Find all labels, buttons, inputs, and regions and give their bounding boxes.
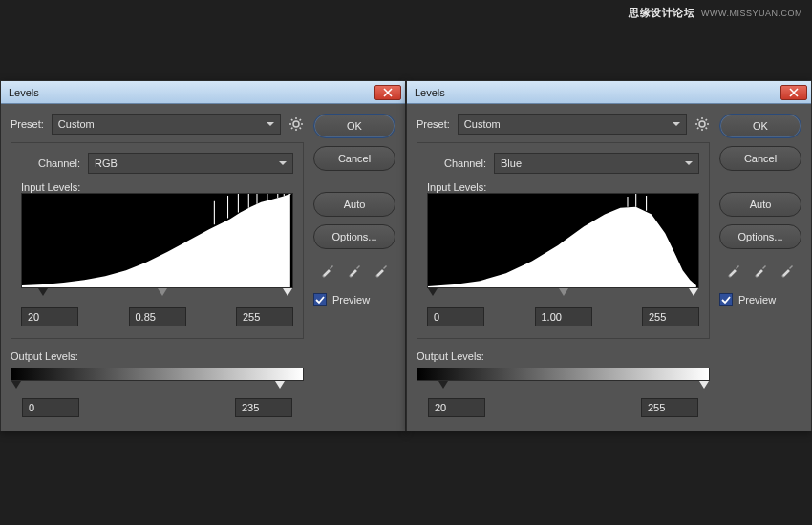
input-levels-label: Input Levels:	[21, 181, 293, 193]
dialog-title: Levels	[415, 87, 445, 98]
svg-point-0	[293, 121, 299, 127]
preset-row: Preset: Custom	[417, 114, 710, 135]
output-values: 0 235	[11, 398, 304, 417]
output-gradient	[417, 368, 710, 381]
spacer	[719, 178, 801, 184]
preset-menu-button[interactable]	[288, 116, 304, 132]
svg-line-7	[300, 119, 301, 120]
channel-row: Channel: Blue	[427, 153, 699, 174]
svg-line-26	[697, 128, 698, 129]
titlebar[interactable]: Levels	[1, 81, 405, 104]
svg-line-25	[706, 119, 707, 120]
dialog-right: OK Cancel Auto Options... Preview	[313, 114, 395, 417]
gear-icon	[289, 117, 303, 131]
svg-line-5	[291, 119, 292, 120]
output-values: 20 255	[417, 398, 710, 417]
eyedropper-icon	[753, 262, 768, 278]
black-eyedropper[interactable]	[724, 261, 743, 280]
dialog-left: Preset: Custom Channel: RGB Input Levels…	[11, 114, 304, 417]
ok-button[interactable]: OK	[313, 114, 395, 138]
output-black-slider[interactable]	[11, 381, 21, 393]
channel-row: Channel: RGB	[21, 153, 293, 174]
white-eyedropper[interactable]	[372, 261, 391, 280]
eyedropper-icon	[374, 262, 389, 278]
black-eyedropper[interactable]	[318, 261, 337, 280]
dialog-right: OK Cancel Auto Options... Preview	[719, 114, 801, 417]
output-levels-label: Output Levels:	[11, 350, 304, 362]
close-button[interactable]	[780, 85, 807, 100]
input-black-field[interactable]: 20	[21, 307, 78, 326]
black-point-slider[interactable]	[428, 288, 438, 301]
watermark: 思缘设计论坛 WWW.MISSYUAN.COM	[629, 6, 802, 20]
auto-button[interactable]: Auto	[313, 192, 395, 217]
input-black-field[interactable]: 0	[427, 307, 484, 326]
options-button[interactable]: Options...	[719, 224, 801, 249]
black-point-slider[interactable]	[38, 288, 48, 301]
output-black-field[interactable]: 20	[428, 398, 485, 417]
preset-row: Preset: Custom	[11, 114, 304, 135]
input-gamma-field[interactable]: 0.85	[129, 307, 186, 326]
output-white-field[interactable]: 235	[235, 398, 292, 417]
input-white-field[interactable]: 255	[236, 307, 293, 326]
white-eyedropper[interactable]	[778, 261, 797, 280]
histogram	[427, 193, 699, 288]
channel-group: Channel: RGB Input Levels:	[11, 142, 304, 339]
dialog-title: Levels	[9, 87, 39, 98]
input-gamma-field[interactable]: 1.00	[535, 307, 592, 326]
preset-select[interactable]: Custom	[458, 114, 687, 135]
ok-button[interactable]: OK	[719, 114, 801, 138]
preview-checkbox[interactable]	[719, 293, 733, 306]
titlebar[interactable]: Levels	[407, 81, 811, 104]
svg-line-8	[291, 128, 292, 129]
input-slider-track[interactable]	[427, 288, 699, 302]
levels-dialog: Levels Preset: Custom Channel: Blue	[406, 80, 812, 431]
watermark-text: 思缘设计论坛	[629, 7, 694, 18]
dialogs-container: Levels Preset: Custom Channel: RGB	[0, 80, 812, 431]
preset-menu-button[interactable]	[694, 116, 710, 132]
output-white-slider[interactable]	[275, 381, 285, 393]
preset-value: Custom	[58, 118, 95, 130]
white-point-slider[interactable]	[283, 288, 292, 301]
channel-select[interactable]: Blue	[494, 153, 699, 174]
channel-select[interactable]: RGB	[88, 153, 293, 174]
input-values: 20 0.85 255	[21, 307, 293, 326]
output-black-slider[interactable]	[438, 381, 448, 393]
close-button[interactable]	[374, 85, 401, 100]
eyedropper-icon	[726, 262, 741, 278]
gray-eyedropper[interactable]	[751, 261, 770, 280]
white-point-slider[interactable]	[689, 288, 698, 301]
output-slider-track[interactable]	[11, 381, 304, 394]
auto-button[interactable]: Auto	[719, 192, 801, 217]
close-icon	[789, 88, 799, 97]
output-white-slider[interactable]	[699, 381, 709, 393]
gamma-slider[interactable]	[158, 288, 167, 301]
cancel-button[interactable]: Cancel	[719, 146, 801, 171]
preset-label: Preset:	[11, 118, 44, 130]
input-white-field[interactable]: 255	[642, 307, 699, 326]
svg-line-24	[706, 128, 707, 129]
channel-group: Channel: Blue Input Levels:	[417, 142, 710, 339]
options-button[interactable]: Options...	[313, 224, 395, 249]
check-icon	[721, 295, 731, 304]
output-white-field[interactable]: 255	[641, 398, 698, 417]
gray-eyedropper[interactable]	[345, 261, 364, 280]
input-slider-track[interactable]	[21, 288, 293, 302]
eyedropper-icon	[347, 262, 362, 278]
output-slider-track[interactable]	[417, 381, 710, 394]
histogram-wrap: 20 0.85 255	[21, 193, 293, 326]
input-values: 0 1.00 255	[427, 307, 699, 326]
levels-dialog: Levels Preset: Custom Channel: RGB	[0, 80, 406, 431]
cancel-button[interactable]: Cancel	[313, 146, 395, 171]
svg-line-23	[697, 119, 698, 120]
svg-point-18	[699, 121, 705, 127]
eyedropper-icon	[320, 262, 335, 278]
preview-row: Preview	[313, 293, 395, 306]
dialog-body: Preset: Custom Channel: Blue Input Level…	[407, 104, 811, 430]
preview-checkbox[interactable]	[313, 293, 327, 306]
histogram-wrap: 0 1.00 255	[427, 193, 699, 326]
preset-select[interactable]: Custom	[52, 114, 281, 135]
preview-label: Preview	[738, 294, 776, 305]
gamma-slider[interactable]	[559, 288, 568, 301]
output-black-field[interactable]: 0	[22, 398, 79, 417]
dialog-body: Preset: Custom Channel: RGB Input Levels…	[1, 104, 405, 430]
